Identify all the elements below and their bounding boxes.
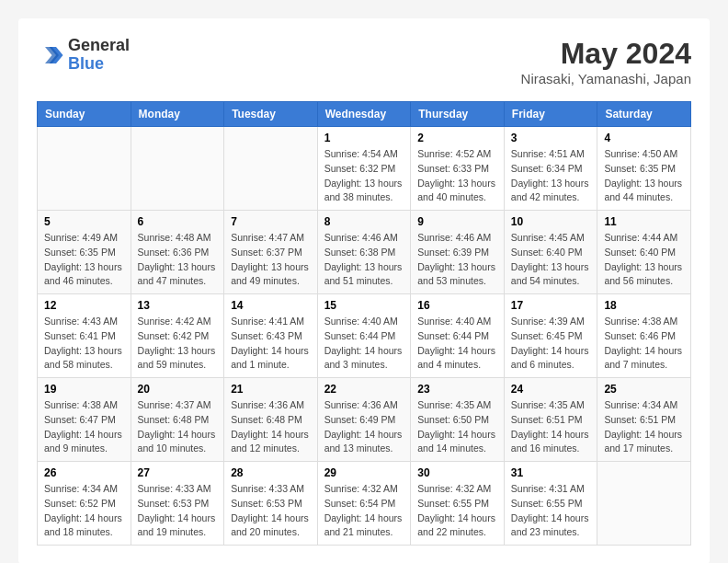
weekday-header-monday: Monday: [131, 102, 224, 127]
week-row-4: 19Sunrise: 4:38 AM Sunset: 6:47 PM Dayli…: [38, 378, 691, 462]
week-row-3: 12Sunrise: 4:43 AM Sunset: 6:41 PM Dayli…: [38, 294, 691, 378]
logo-blue: Blue: [68, 55, 130, 74]
calendar-cell: 21Sunrise: 4:36 AM Sunset: 6:48 PM Dayli…: [224, 378, 318, 462]
day-number: 17: [511, 299, 591, 312]
day-number: 1: [324, 132, 404, 144]
weekday-header-tuesday: Tuesday: [224, 102, 318, 127]
calendar-cell: 1Sunrise: 4:54 AM Sunset: 6:32 PM Daylig…: [317, 127, 411, 211]
calendar-cell: 13Sunrise: 4:42 AM Sunset: 6:42 PM Dayli…: [131, 294, 224, 378]
calendar-cell: 19Sunrise: 4:38 AM Sunset: 6:47 PM Dayli…: [38, 378, 131, 462]
day-number: 29: [324, 466, 404, 479]
day-number: 27: [138, 466, 218, 479]
day-info: Sunrise: 4:36 AM Sunset: 6:48 PM Dayligh…: [231, 398, 311, 456]
day-info: Sunrise: 4:32 AM Sunset: 6:55 PM Dayligh…: [417, 482, 497, 540]
day-info: Sunrise: 4:54 AM Sunset: 6:32 PM Dayligh…: [324, 147, 404, 205]
day-number: 20: [138, 383, 218, 396]
day-info: Sunrise: 4:33 AM Sunset: 6:53 PM Dayligh…: [138, 482, 218, 540]
calendar-cell: 16Sunrise: 4:40 AM Sunset: 6:44 PM Dayli…: [411, 294, 505, 378]
day-info: Sunrise: 4:51 AM Sunset: 6:34 PM Dayligh…: [511, 147, 591, 205]
day-number: 6: [138, 215, 218, 228]
weekday-header-wednesday: Wednesday: [317, 102, 411, 127]
calendar-cell: 18Sunrise: 4:38 AM Sunset: 6:46 PM Dayli…: [597, 294, 691, 378]
day-number: 2: [417, 132, 497, 144]
day-number: 28: [231, 466, 311, 479]
day-info: Sunrise: 4:37 AM Sunset: 6:48 PM Dayligh…: [138, 398, 218, 456]
week-row-5: 26Sunrise: 4:34 AM Sunset: 6:52 PM Dayli…: [38, 462, 691, 546]
day-info: Sunrise: 4:38 AM Sunset: 6:47 PM Dayligh…: [44, 398, 124, 456]
calendar-cell: 4Sunrise: 4:50 AM Sunset: 6:35 PM Daylig…: [597, 127, 691, 211]
day-info: Sunrise: 4:35 AM Sunset: 6:51 PM Dayligh…: [511, 398, 591, 456]
calendar-cell: 28Sunrise: 4:33 AM Sunset: 6:53 PM Dayli…: [224, 462, 318, 546]
day-info: Sunrise: 4:40 AM Sunset: 6:44 PM Dayligh…: [417, 315, 497, 373]
day-info: Sunrise: 4:52 AM Sunset: 6:33 PM Dayligh…: [417, 147, 497, 205]
calendar-cell: 8Sunrise: 4:46 AM Sunset: 6:38 PM Daylig…: [317, 211, 411, 294]
calendar-cell: 9Sunrise: 4:46 AM Sunset: 6:39 PM Daylig…: [411, 211, 505, 294]
day-number: 7: [231, 215, 311, 228]
calendar-cell: 26Sunrise: 4:34 AM Sunset: 6:52 PM Dayli…: [38, 462, 131, 546]
day-number: 3: [511, 132, 591, 144]
day-number: 31: [511, 466, 591, 479]
day-number: 8: [324, 215, 404, 228]
day-number: 9: [417, 215, 497, 228]
day-number: 13: [138, 299, 218, 312]
day-number: 19: [44, 383, 124, 396]
day-info: Sunrise: 4:42 AM Sunset: 6:42 PM Dayligh…: [138, 315, 218, 373]
day-number: 4: [604, 132, 684, 144]
calendar-cell: [38, 127, 131, 211]
day-info: Sunrise: 4:50 AM Sunset: 6:35 PM Dayligh…: [604, 147, 684, 205]
calendar-cell: 24Sunrise: 4:35 AM Sunset: 6:51 PM Dayli…: [504, 378, 597, 462]
weekday-header-friday: Friday: [504, 102, 597, 127]
day-number: 22: [324, 383, 404, 396]
calendar-cell: [597, 462, 691, 546]
location: Nirasaki, Yamanashi, Japan: [521, 71, 691, 86]
calendar-cell: 27Sunrise: 4:33 AM Sunset: 6:53 PM Dayli…: [131, 462, 224, 546]
calendar-cell: 15Sunrise: 4:40 AM Sunset: 6:44 PM Dayli…: [317, 294, 411, 378]
day-number: 21: [231, 383, 311, 396]
day-info: Sunrise: 4:35 AM Sunset: 6:50 PM Dayligh…: [417, 398, 497, 456]
logo-text: General Blue: [68, 37, 130, 74]
weekday-header-sunday: Sunday: [38, 102, 131, 127]
day-number: 24: [511, 383, 591, 396]
day-number: 26: [44, 466, 124, 479]
day-info: Sunrise: 4:46 AM Sunset: 6:38 PM Dayligh…: [324, 231, 404, 289]
calendar-cell: 7Sunrise: 4:47 AM Sunset: 6:37 PM Daylig…: [224, 211, 318, 294]
header: General Blue May 2024 Nirasaki, Yamanash…: [37, 37, 691, 86]
week-row-2: 5Sunrise: 4:49 AM Sunset: 6:35 PM Daylig…: [38, 211, 691, 294]
calendar-cell: 5Sunrise: 4:49 AM Sunset: 6:35 PM Daylig…: [38, 211, 131, 294]
calendar-cell: 29Sunrise: 4:32 AM Sunset: 6:54 PM Dayli…: [317, 462, 411, 546]
day-info: Sunrise: 4:43 AM Sunset: 6:41 PM Dayligh…: [44, 315, 124, 373]
calendar-cell: [224, 127, 318, 211]
day-number: 11: [604, 215, 684, 228]
day-number: 16: [417, 299, 497, 312]
calendar-cell: 14Sunrise: 4:41 AM Sunset: 6:43 PM Dayli…: [224, 294, 318, 378]
calendar-cell: 23Sunrise: 4:35 AM Sunset: 6:50 PM Dayli…: [411, 378, 505, 462]
calendar-cell: 10Sunrise: 4:45 AM Sunset: 6:40 PM Dayli…: [504, 211, 597, 294]
day-number: 5: [44, 215, 124, 228]
calendar-cell: [131, 127, 224, 211]
day-info: Sunrise: 4:44 AM Sunset: 6:40 PM Dayligh…: [604, 231, 684, 289]
weekday-header-thursday: Thursday: [411, 102, 505, 127]
day-number: 15: [324, 299, 404, 312]
day-info: Sunrise: 4:34 AM Sunset: 6:51 PM Dayligh…: [604, 398, 684, 456]
day-info: Sunrise: 4:45 AM Sunset: 6:40 PM Dayligh…: [511, 231, 591, 289]
day-info: Sunrise: 4:33 AM Sunset: 6:53 PM Dayligh…: [231, 482, 311, 540]
calendar-cell: 11Sunrise: 4:44 AM Sunset: 6:40 PM Dayli…: [597, 211, 691, 294]
day-number: 14: [231, 299, 311, 312]
day-info: Sunrise: 4:38 AM Sunset: 6:46 PM Dayligh…: [604, 315, 684, 373]
calendar-cell: 2Sunrise: 4:52 AM Sunset: 6:33 PM Daylig…: [411, 127, 505, 211]
calendar-cell: 22Sunrise: 4:36 AM Sunset: 6:49 PM Dayli…: [317, 378, 411, 462]
day-number: 10: [511, 215, 591, 228]
logo-general: General: [68, 37, 130, 55]
day-info: Sunrise: 4:41 AM Sunset: 6:43 PM Dayligh…: [231, 315, 311, 373]
day-info: Sunrise: 4:48 AM Sunset: 6:36 PM Dayligh…: [138, 231, 218, 289]
calendar-cell: 20Sunrise: 4:37 AM Sunset: 6:48 PM Dayli…: [131, 378, 224, 462]
calendar-cell: 17Sunrise: 4:39 AM Sunset: 6:45 PM Dayli…: [504, 294, 597, 378]
day-info: Sunrise: 4:32 AM Sunset: 6:54 PM Dayligh…: [324, 482, 404, 540]
weekday-header-row: SundayMondayTuesdayWednesdayThursdayFrid…: [38, 102, 691, 127]
weekday-header-saturday: Saturday: [597, 102, 691, 127]
day-number: 23: [417, 383, 497, 396]
calendar-table: SundayMondayTuesdayWednesdayThursdayFrid…: [37, 101, 691, 546]
calendar-container: General Blue May 2024 Nirasaki, Yamanash…: [18, 18, 710, 563]
day-number: 12: [44, 299, 124, 312]
day-info: Sunrise: 4:31 AM Sunset: 6:55 PM Dayligh…: [511, 482, 591, 540]
